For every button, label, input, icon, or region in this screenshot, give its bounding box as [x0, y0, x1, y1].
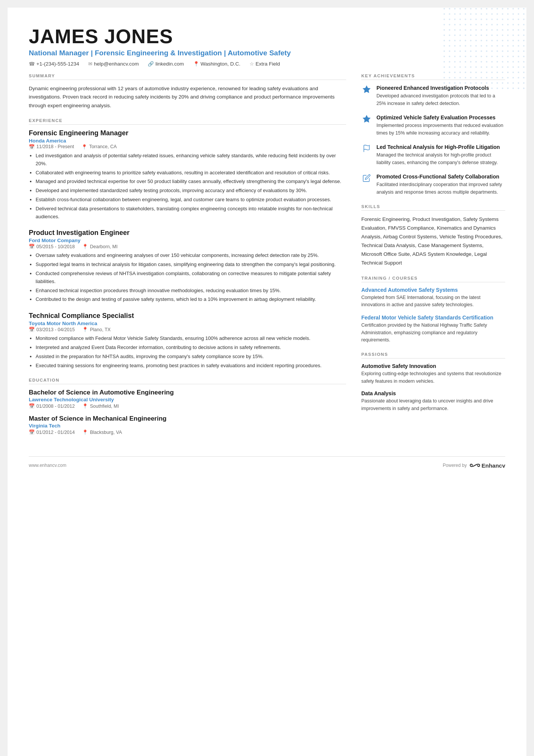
right-column: KEY ACHIEVEMENTS Pioneered Enhanced Inve…: [361, 74, 505, 441]
bullet-3-3: Assisted in the preparation for NHTSA au…: [36, 353, 346, 361]
achievement-icon-4: [361, 173, 372, 184]
education-section-title: EDUCATION: [29, 378, 346, 384]
passion-desc-1: Exploring cutting-edge technologies and …: [361, 370, 505, 385]
achievement-desc-1: Developed advanced investigation protoco…: [376, 92, 505, 107]
loc-edu-icon-1: 📍: [82, 403, 88, 409]
achievement-item-3: Led Technical Analysis for High-Profile …: [361, 144, 505, 166]
bullet-2-1: Oversaw safety evaluations and engineeri…: [36, 252, 346, 260]
bullet-2-5: Contributed to the design and testing of…: [36, 296, 346, 304]
achievement-desc-4: Facilitated interdisciplinary cooperatio…: [376, 181, 505, 196]
footer-brand: Powered by Enhancv: [443, 462, 505, 469]
edu-school-2: Virginia Tech: [29, 423, 346, 429]
email-icon: ✉: [88, 61, 92, 67]
calendar-icon-3: 📅: [29, 327, 35, 332]
job-title-3: Technical Compliance Specialist: [29, 312, 346, 320]
enhancv-icon: [470, 462, 480, 469]
job-bullets-1: Led investigation and analysis of potent…: [29, 152, 346, 221]
passion-block-2: Data Analysis Passionate about leveragin…: [361, 390, 505, 412]
bullet-1-1: Led investigation and analysis of potent…: [36, 152, 346, 168]
job-title-1: Forensic Engineering Manager: [29, 129, 346, 137]
edu-block-1: Bachelor of Science in Automotive Engine…: [29, 389, 346, 409]
passion-desc-2: Passionate about leveraging data to unco…: [361, 398, 505, 412]
brand-name: Enhancv: [481, 462, 505, 469]
achievement-title-4: Promoted Cross-Functional Safety Collabo…: [376, 173, 505, 180]
training-title-1: Advanced Automotive Safety Systems: [361, 287, 505, 293]
edu-loc-2: 📍 Blacksburg, VA: [82, 429, 122, 435]
training-desc-2: Certification provided by the National H…: [361, 322, 505, 344]
job-meta-3: 📅 03/2013 - 04/2015 📍 Plano, TX: [29, 327, 346, 332]
job-block-1: Forensic Engineering Manager Honda Ameri…: [29, 129, 346, 221]
edu-date-2: 📅 01/2012 - 01/2014: [29, 429, 75, 435]
job-loc-3: 📍 Plano, TX: [82, 327, 111, 332]
achievement-content-2: Optimized Vehicle Safety Evaluation Proc…: [376, 114, 505, 137]
job-date-3: 📅 03/2013 - 04/2015: [29, 327, 75, 332]
bullet-1-5: Establish cross-functional collaboration…: [36, 196, 346, 204]
loc-edu-icon-2: 📍: [82, 429, 88, 435]
job-title-2: Product Investigation Engineer: [29, 229, 346, 237]
location-icon: 📍: [193, 61, 199, 67]
achievement-icon-2: [361, 114, 372, 125]
achievement-desc-3: Managed the technical analysis for high-…: [376, 152, 505, 166]
bullet-2-2: Supported legal teams in technical analy…: [36, 261, 346, 269]
achievement-item-2: Optimized Vehicle Safety Evaluation Proc…: [361, 114, 505, 137]
job-date-1: 📅 11/2018 - Present: [29, 144, 74, 150]
achievement-icon-1: [361, 85, 372, 95]
training-block-2: Federal Motor Vehicle Safety Standards C…: [361, 315, 505, 344]
job-meta-1: 📅 11/2018 - Present 📍 Torrance, CA: [29, 144, 346, 150]
bullet-3-2: Interpreted and analyzed Event Data Reco…: [36, 344, 346, 352]
left-column: SUMMARY Dynamic engineering professional…: [29, 74, 346, 441]
training-desc-1: Completed from SAE International, focusi…: [361, 294, 505, 309]
phone-item: ☎ +1-(234)-555-1234: [29, 61, 79, 67]
company-name-2: Ford Motor Company: [29, 238, 346, 243]
cal-edu-icon-1: 📅: [29, 403, 35, 409]
edu-school-1: Lawrence Technological University: [29, 397, 346, 402]
passion-title-2: Data Analysis: [361, 390, 505, 396]
phone-icon: ☎: [29, 61, 35, 67]
company-name-3: Toyota Motor North America: [29, 321, 346, 326]
extra-icon: ☆: [250, 61, 254, 67]
calendar-icon-1: 📅: [29, 144, 35, 150]
achievement-title-2: Optimized Vehicle Safety Evaluation Proc…: [376, 114, 505, 121]
summary-section-title: SUMMARY: [29, 74, 346, 80]
bullet-2-4: Enhanced technical inspection procedures…: [36, 287, 346, 295]
enhancv-logo: Enhancv: [470, 462, 505, 469]
contact-line: ☎ +1-(234)-555-1234 ✉ help@enhancv.com 🔗…: [29, 61, 505, 67]
bullet-1-6: Delivered technical data presentations t…: [36, 205, 346, 221]
edu-degree-2: Master of Science in Mechanical Engineer…: [29, 415, 346, 423]
calendar-icon-2: 📅: [29, 244, 35, 249]
candidate-name: JAMES JONES: [29, 26, 505, 47]
skills-text: Forensic Engineering, Product Investigat…: [361, 215, 505, 268]
experience-section-title: EXPERIENCE: [29, 118, 346, 125]
email-text: help@enhancv.com: [94, 61, 139, 67]
header: JAMES JONES National Manager | Forensic …: [29, 26, 505, 67]
resume-page: JAMES JONES National Manager | Forensic …: [8, 8, 526, 756]
company-name-1: Honda America: [29, 138, 346, 144]
summary-text: Dynamic engineering professional with 12…: [29, 85, 346, 110]
passion-block-1: Automotive Safety Innovation Exploring c…: [361, 363, 505, 385]
job-loc-2: 📍 Dearborn, MI: [82, 244, 117, 249]
bullet-1-4: Developed and implemented standardized s…: [36, 187, 346, 195]
edu-date-1: 📅 01/2008 - 01/2012: [29, 403, 75, 409]
edu-degree-1: Bachelor of Science in Automotive Engine…: [29, 389, 346, 396]
two-column-layout: SUMMARY Dynamic engineering professional…: [29, 74, 505, 441]
achievement-content-3: Led Technical Analysis for High-Profile …: [376, 144, 505, 166]
edu-meta-2: 📅 01/2012 - 01/2014 📍 Blacksburg, VA: [29, 429, 346, 435]
job-block-2: Product Investigation Engineer Ford Moto…: [29, 229, 346, 304]
linkedin-text: linkedin.com: [155, 61, 184, 67]
achievement-title-1: Pioneered Enhanced Investigation Protoco…: [376, 85, 505, 91]
achievement-item-1: Pioneered Enhanced Investigation Protoco…: [361, 85, 505, 107]
svg-marker-2: [363, 86, 370, 92]
linkedin-icon: 🔗: [148, 61, 154, 67]
linkedin-item: 🔗 linkedin.com: [148, 61, 184, 67]
achievements-list: Pioneered Enhanced Investigation Protoco…: [361, 85, 505, 196]
job-date-2: 📅 05/2015 - 10/2018: [29, 244, 75, 249]
achievement-title-3: Led Technical Analysis for High-Profile …: [376, 144, 505, 150]
skills-section-title: SKILLS: [361, 204, 505, 211]
phone-text: +1-(234)-555-1234: [36, 61, 79, 67]
achievement-item-4: Promoted Cross-Functional Safety Collabo…: [361, 173, 505, 196]
location-icon-2: 📍: [82, 244, 88, 249]
edu-meta-1: 📅 01/2008 - 01/2012 📍 Southfield, MI: [29, 403, 346, 409]
bullet-1-3: Managed and provided technical expertise…: [36, 178, 346, 186]
edu-loc-1: 📍 Southfield, MI: [82, 403, 119, 409]
bullet-3-4: Executed training sessions for engineeri…: [36, 362, 346, 370]
